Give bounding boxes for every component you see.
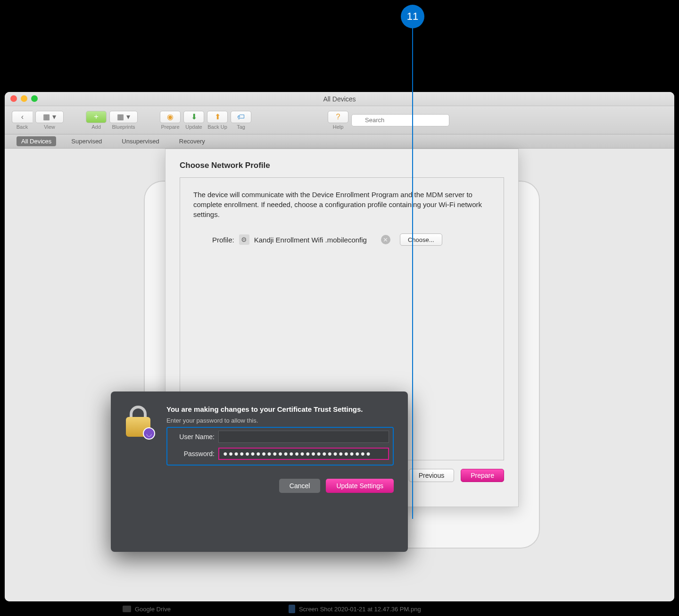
titlebar: All Devices — [5, 92, 674, 106]
tab-recovery[interactable]: Recovery — [174, 136, 210, 146]
auth-form: User Name: Password: — [166, 427, 394, 466]
prepare-label: Prepare — [161, 124, 179, 130]
prepare-icon: ◉ — [167, 112, 174, 121]
lock-icon: ◡ — [125, 405, 157, 441]
profile-filename: Kandji Enrollment Wifi .mobileconfig — [254, 236, 367, 244]
clear-profile-button[interactable]: ✕ — [381, 235, 390, 244]
grid-icon: ▦ ▾ — [43, 112, 56, 121]
previous-button[interactable]: Previous — [409, 469, 454, 482]
password-label: Password: — [171, 450, 215, 458]
tab-unsupervised[interactable]: Unsupervised — [117, 136, 164, 146]
search-wrap: 🔍 — [351, 114, 667, 126]
add-label: Add — [91, 124, 101, 130]
profile-row: Profile: ⚙ Kandji Enrollment Wifi .mobil… — [212, 233, 490, 246]
sheet-description: The device will communicate with the Dev… — [193, 190, 490, 219]
sheet-title: Choose Network Profile — [180, 161, 504, 170]
annotation-badge: 11 — [401, 5, 424, 28]
upload-icon: ⬆ — [215, 112, 221, 121]
tab-supervised[interactable]: Supervised — [66, 136, 107, 146]
choose-button[interactable]: Choose... — [400, 233, 442, 246]
update-label: Update — [185, 124, 202, 130]
backup-button[interactable]: ⬆ — [207, 111, 228, 123]
plus-icon: ＋ — [92, 112, 100, 122]
file-label: Screen Shot 2020-01-21 at 12.47.36 PM.pn… — [299, 606, 421, 613]
prepare-sheet-button[interactable]: Prepare — [461, 469, 504, 482]
tab-all-devices[interactable]: All Devices — [17, 136, 56, 146]
mobileconfig-icon: ⚙ — [239, 234, 249, 245]
backup-label: Back Up — [207, 124, 227, 130]
tag-icon: 🏷 — [237, 113, 245, 121]
auth-title: You are making changes to your Certifica… — [166, 405, 394, 414]
close-window-button[interactable] — [10, 95, 17, 102]
drive-badge-icon: ◡ — [143, 427, 155, 440]
finder-background: Google Drive Screen Shot 2020-01-21 at 1… — [123, 602, 421, 616]
drive-icon — [123, 606, 131, 612]
username-input[interactable] — [218, 431, 389, 443]
annotation-line — [412, 28, 413, 519]
update-button[interactable]: ⬇ — [183, 111, 204, 123]
cancel-button[interactable]: Cancel — [279, 479, 321, 493]
tag-button[interactable]: 🏷 — [231, 111, 251, 123]
minimize-window-button[interactable] — [21, 95, 27, 102]
window-title: All Devices — [323, 95, 356, 103]
prepare-button[interactable]: ◉ — [160, 111, 181, 123]
auth-subtitle: Enter your password to allow this. — [166, 417, 394, 424]
update-settings-button[interactable]: Update Settings — [326, 479, 394, 493]
blueprints-label: Blueprints — [112, 124, 135, 130]
chevron-left-icon: ‹ — [21, 113, 24, 121]
auth-dialog: ◡ You are making changes to your Certifi… — [111, 391, 408, 552]
toolbar: ‹ Back ▦ ▾ View ＋ Add ▦ ▾ Blueprints ◉ P… — [5, 106, 674, 134]
help-button[interactable]: ? — [328, 111, 348, 123]
username-label: User Name: — [171, 433, 215, 441]
png-file-icon — [289, 605, 295, 613]
search-input[interactable] — [351, 114, 449, 126]
traffic-lights — [10, 95, 38, 102]
file-item[interactable]: Screen Shot 2020-01-21 at 12.47.36 PM.pn… — [289, 605, 421, 613]
back-button[interactable]: ‹ — [12, 111, 33, 123]
profile-label: Profile: — [212, 236, 234, 244]
tag-label: Tag — [237, 124, 245, 130]
zoom-window-button[interactable] — [31, 95, 38, 102]
back-label: Back — [17, 124, 28, 130]
view-button[interactable]: ▦ ▾ — [35, 111, 64, 123]
folder-label: Google Drive — [135, 606, 171, 613]
tabbar: All Devices Supervised Unsupervised Reco… — [5, 134, 674, 149]
add-button[interactable]: ＋ — [86, 111, 107, 123]
download-icon: ⬇ — [191, 112, 197, 121]
password-input[interactable] — [218, 448, 389, 460]
sidebar-folder[interactable]: Google Drive — [123, 606, 171, 613]
help-icon: ? — [336, 113, 340, 121]
blueprints-button[interactable]: ▦ ▾ — [109, 111, 138, 123]
help-label: Help — [333, 124, 344, 130]
blueprints-icon: ▦ ▾ — [117, 112, 130, 121]
view-label: View — [44, 124, 55, 130]
